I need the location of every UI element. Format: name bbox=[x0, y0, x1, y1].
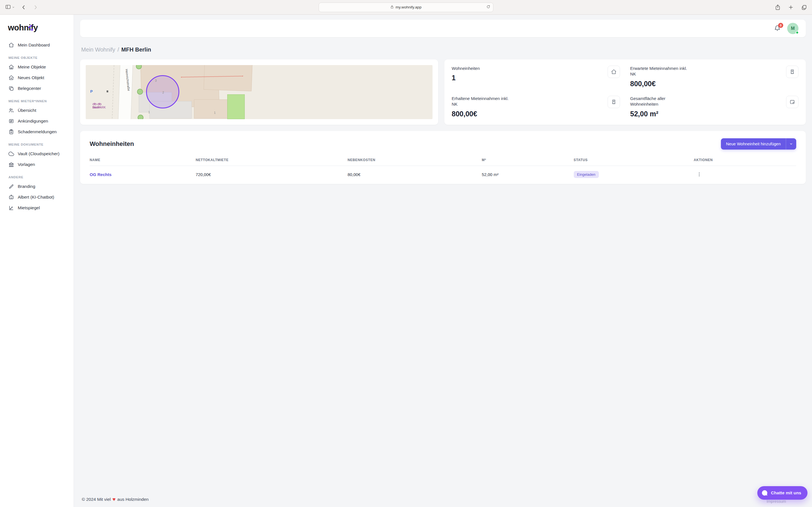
stat-value: 800,00€ bbox=[452, 110, 509, 118]
breadcrumb-parent-link[interactable]: Mein Wohnify bbox=[81, 47, 115, 53]
sidebar-item-vault[interactable]: Vault (Cloudspeicher) bbox=[6, 149, 68, 159]
chat-button-label: Chatte mit uns bbox=[771, 490, 801, 496]
breadcrumb: Mein Wohnify / MFH Berlin bbox=[81, 47, 805, 53]
user-avatar[interactable]: M bbox=[787, 23, 799, 34]
stat-value: 1 bbox=[452, 74, 480, 82]
chevron-down-icon bbox=[790, 142, 793, 146]
receipt-icon bbox=[786, 66, 799, 78]
breadcrumb-separator: / bbox=[117, 47, 119, 53]
sidebar-item-label: Schadenmeldungen bbox=[18, 129, 57, 134]
column-header-name: NAME bbox=[90, 158, 196, 162]
add-unit-dropdown-toggle[interactable] bbox=[786, 138, 796, 150]
sidebar-item-label: Vorlagen bbox=[18, 162, 35, 167]
cloud-icon bbox=[8, 151, 14, 157]
unit-area-cell: 52,00 m² bbox=[482, 172, 574, 177]
map-house-number: 3 bbox=[155, 79, 157, 82]
notification-badge: 0 bbox=[778, 23, 783, 28]
sidebar-item-label: Mein Dashboard bbox=[18, 43, 50, 48]
new-tab-button[interactable] bbox=[788, 4, 794, 10]
address-bar[interactable]: my.wohnify.app bbox=[319, 3, 493, 12]
unit-rent-cell: 720,00€ bbox=[196, 172, 348, 177]
wohnify-logo[interactable]: wohnify bbox=[6, 22, 68, 40]
wohneinheiten-card: Wohneinheiten Neue Wohneinheit hinzufüge… bbox=[80, 131, 806, 184]
units-table-header: NAME NETTOKALTMIETE NEBENKOSTEN M² STATU… bbox=[90, 158, 796, 166]
online-status-dot bbox=[796, 31, 799, 34]
forward-button[interactable] bbox=[32, 4, 39, 11]
sidebar: wohnify Mein Dashboard MEINE OBJEKTE Mei… bbox=[0, 15, 74, 507]
app-topbar: 0 M bbox=[80, 20, 806, 37]
sidebar-item-neues-objekt[interactable]: Neues Objekt bbox=[6, 72, 68, 83]
sidebar-item-meine-objekte[interactable]: Meine Objekte bbox=[6, 62, 68, 72]
notifications-button[interactable]: 0 bbox=[774, 25, 780, 32]
stat-label: Erwartete Mieteinnahmen inkl. NK bbox=[630, 66, 688, 77]
sidebar-item-ankuendigungen[interactable]: Ankündigungen bbox=[6, 116, 68, 126]
home-icon bbox=[608, 66, 620, 78]
add-unit-button[interactable]: Neue Wohneinheit hinzufügen bbox=[721, 138, 796, 150]
reload-icon[interactable] bbox=[486, 5, 490, 10]
map-tree bbox=[137, 89, 143, 95]
status-badge: Eingeladen bbox=[574, 171, 599, 178]
section-label-objekte: MEINE OBJEKTE bbox=[8, 56, 66, 59]
impressum-link[interactable]: Impressum bbox=[767, 499, 786, 504]
property-map: 3 2 1 1 P Heinrichstraße bikePARK Berlin bbox=[86, 65, 433, 119]
kebab-menu-icon bbox=[697, 172, 702, 177]
row-actions-button[interactable] bbox=[694, 171, 705, 178]
sidebar-item-label: Albert (KI-Chatbot) bbox=[18, 194, 54, 200]
sidebar-item-label: Branding bbox=[18, 184, 35, 189]
sidebar-item-label: Ankündigungen bbox=[18, 119, 48, 124]
copy-icon bbox=[8, 86, 14, 91]
sidebar-item-schadenmeldungen[interactable]: Schadenmeldungen bbox=[6, 126, 68, 137]
stat-label: Erhaltene Mieteinnahmen inkl. NK bbox=[452, 96, 509, 107]
sidebar-item-label: Belegcenter bbox=[18, 86, 41, 91]
column-header-nettokaltmiete: NETTOKALTMIETE bbox=[196, 158, 348, 162]
stat-label: Wohneinheiten bbox=[452, 66, 480, 71]
stat-value: 52,00 m² bbox=[630, 110, 688, 118]
property-map-card: 3 2 1 1 P Heinrichstraße bikePARK Berlin bbox=[80, 59, 438, 125]
stat-value: 800,00€ bbox=[630, 80, 688, 88]
copyright-text: © 2024 Mit viel bbox=[82, 497, 111, 502]
sidebar-item-branding[interactable]: Branding bbox=[6, 181, 68, 192]
map-poi-label: bikePARK Berlin bbox=[93, 102, 101, 106]
bicycle-icon bbox=[93, 102, 101, 105]
section-label-dokumente: MEINE DOKUMENTE bbox=[8, 143, 66, 146]
sidebar-item-albert-chatbot[interactable]: Albert (KI-Chatbot) bbox=[6, 192, 68, 203]
poi-name-line2: Berlin bbox=[93, 106, 100, 109]
sidebar-item-belegcenter[interactable]: Belegcenter bbox=[6, 83, 68, 94]
sidebar-item-vorlagen[interactable]: Vorlagen bbox=[6, 159, 68, 170]
map-tree bbox=[138, 115, 144, 119]
stat-wohneinheiten: Wohneinheiten 1 bbox=[452, 66, 620, 89]
section-label-andere: ANDERE bbox=[8, 175, 66, 179]
home-icon bbox=[8, 42, 14, 48]
logo-wordmark: wohnify bbox=[8, 23, 38, 32]
map-footpath bbox=[112, 65, 114, 119]
chat-button[interactable]: Chatte mit uns bbox=[757, 486, 808, 500]
table-row: OG Rechts 720,00€ 80,00€ 52,00 m² Eingel… bbox=[90, 166, 796, 183]
back-button[interactable] bbox=[20, 4, 27, 11]
sidebar-item-uebersicht[interactable]: Übersicht bbox=[6, 105, 68, 116]
stat-gesamtflaeche: Gesamtfläche aller Wohneinheiten 52,00 m… bbox=[630, 96, 799, 119]
page-title: MFH Berlin bbox=[121, 47, 151, 53]
home-plus-icon bbox=[8, 75, 14, 80]
sidebar-item-dashboard[interactable]: Mein Dashboard bbox=[6, 40, 68, 50]
unit-name-link[interactable]: OG Rechts bbox=[90, 172, 112, 177]
bank-icon bbox=[8, 162, 14, 167]
receipt-icon bbox=[608, 96, 620, 108]
section-label-mieter: MEINE MIETER*INNEN bbox=[8, 100, 66, 103]
map-park-area bbox=[227, 94, 245, 119]
chat-bubble-icon bbox=[761, 490, 768, 496]
tab-overview-button[interactable] bbox=[801, 4, 808, 11]
main-content: 0 M Mein Wohnify / MFH Berlin bbox=[74, 15, 812, 507]
add-unit-button-label[interactable]: Neue Wohneinheit hinzufügen bbox=[721, 138, 786, 150]
share-button[interactable] bbox=[774, 4, 781, 11]
column-header-status: STATUS bbox=[574, 158, 694, 162]
column-header-m2: M² bbox=[482, 158, 574, 162]
sidebar-item-label: Übersicht bbox=[18, 108, 36, 113]
heart-icon: ♥ bbox=[112, 497, 116, 502]
sidebar-item-mietspiegel[interactable]: Mietspiegel bbox=[6, 203, 68, 213]
stat-erhaltene-mieteinnahmen: Erhaltene Mieteinnahmen inkl. NK 800,00€ bbox=[452, 96, 620, 119]
sidebar-toggle-button[interactable] bbox=[4, 3, 15, 11]
stat-label: Gesamtfläche aller Wohneinheiten bbox=[630, 96, 688, 107]
browser-chrome: my.wohnify.app bbox=[0, 0, 812, 15]
home-icon bbox=[8, 64, 14, 70]
sidebar-item-label: Neues Objekt bbox=[18, 75, 44, 80]
